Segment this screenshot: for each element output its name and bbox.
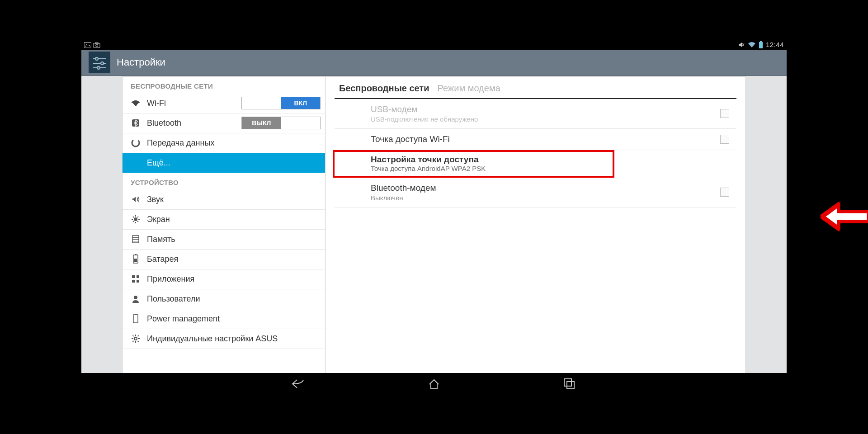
section-device: УСТРОЙСТВО xyxy=(123,173,325,190)
label: Передача данных xyxy=(147,138,321,148)
toggle-knob xyxy=(281,117,321,129)
detail-usb-modem: USB-модем USB-подключения не обнаружено xyxy=(335,99,736,129)
svg-rect-50 xyxy=(567,382,574,389)
title: Точка доступа Wi-Fi xyxy=(371,134,720,144)
svg-rect-43 xyxy=(132,338,133,339)
storage-icon xyxy=(129,235,142,244)
svg-rect-39 xyxy=(133,315,138,323)
battery-icon xyxy=(759,41,763,48)
breadcrumb-path: Режим модема xyxy=(437,83,500,94)
svg-rect-49 xyxy=(564,379,571,386)
toggle-knob xyxy=(242,97,281,109)
svg-rect-28 xyxy=(132,239,139,240)
svg-line-25 xyxy=(137,217,138,217)
bluetooth-toggle[interactable]: ВЫКЛ xyxy=(241,117,321,129)
svg-line-23 xyxy=(137,221,138,222)
back-button[interactable] xyxy=(289,375,307,393)
svg-point-9 xyxy=(95,57,98,60)
breadcrumb-current: Беспроводные сети xyxy=(339,83,429,94)
title: Настройка точки доступа xyxy=(371,155,605,165)
label: Индивидуальные настройки ASUS xyxy=(147,334,321,344)
sidebar-item-bluetooth[interactable]: Bluetooth ВЫКЛ xyxy=(123,113,325,133)
svg-rect-34 xyxy=(137,275,139,278)
svg-rect-48 xyxy=(132,340,134,342)
label: Пользователи xyxy=(147,294,321,304)
svg-point-17 xyxy=(134,217,137,221)
header-title: Настройки xyxy=(117,57,165,68)
camera-icon xyxy=(93,42,100,48)
data-usage-icon xyxy=(129,138,142,147)
label: Память xyxy=(147,235,321,244)
svg-rect-44 xyxy=(138,338,140,339)
gallery-icon xyxy=(84,42,91,48)
subtitle: USB-подключения не обнаружено xyxy=(371,115,720,123)
svg-point-40 xyxy=(134,337,137,340)
subtitle: Точка доступа AndroidAP WPA2 PSK xyxy=(371,165,605,172)
svg-rect-47 xyxy=(137,335,139,337)
checkbox[interactable] xyxy=(720,135,729,144)
sidebar-item-users[interactable]: Пользователи xyxy=(123,289,325,309)
wifi-toggle[interactable]: ВКЛ xyxy=(241,97,321,109)
title: Bluetooth-модем xyxy=(371,183,720,193)
label: Bluetooth xyxy=(147,118,241,128)
display-icon xyxy=(129,215,142,224)
svg-rect-35 xyxy=(132,280,135,283)
content: БЕСПРОВОДНЫЕ СЕТИ Wi-Fi ВКЛ Bluetooth ВЫ… xyxy=(81,76,787,395)
detail-hotspot-config[interactable]: Настройка точки доступа Точка доступа An… xyxy=(333,150,614,178)
svg-point-3 xyxy=(96,44,98,47)
label: Батарея xyxy=(147,255,321,264)
label: Ещё... xyxy=(147,158,321,168)
main-panel: Беспроводные сети Режим модема USB-модем… xyxy=(326,76,746,395)
svg-rect-45 xyxy=(132,335,134,337)
clock: 12:44 xyxy=(766,41,784,48)
sidebar-item-power[interactable]: Power management xyxy=(123,309,325,329)
users-icon xyxy=(129,294,142,303)
label: Приложения xyxy=(147,274,321,284)
svg-rect-32 xyxy=(134,259,137,262)
nav-bar xyxy=(81,373,787,395)
sidebar-item-sound[interactable]: Звук xyxy=(123,190,325,210)
sidebar-item-more[interactable]: Ещё... xyxy=(123,153,325,173)
toggle-state: ВКЛ xyxy=(281,97,321,109)
svg-rect-36 xyxy=(137,280,139,283)
bluetooth-icon xyxy=(129,118,142,127)
wifi-icon xyxy=(748,42,756,48)
sidebar-item-apps[interactable]: Приложения xyxy=(123,269,325,289)
checkbox[interactable] xyxy=(720,188,729,197)
annotation-arrow xyxy=(821,201,868,232)
sidebar-item-battery[interactable]: Батарея xyxy=(123,250,325,269)
svg-rect-7 xyxy=(759,42,763,48)
detail-bluetooth-modem[interactable]: Bluetooth-модем Выключен xyxy=(335,178,736,208)
sidebar-item-storage[interactable]: Память xyxy=(123,230,325,250)
recent-apps-button[interactable] xyxy=(561,375,579,393)
status-left xyxy=(84,42,100,48)
label: Звук xyxy=(147,195,321,204)
title: USB-модем xyxy=(371,104,720,114)
sidebar-item-wifi[interactable]: Wi-Fi ВКЛ xyxy=(123,94,325,113)
mute-icon xyxy=(738,41,745,48)
svg-rect-27 xyxy=(132,237,139,238)
status-right: 12:44 xyxy=(738,41,784,48)
sidebar: БЕСПРОВОДНЫЕ СЕТИ Wi-Fi ВКЛ Bluetooth ВЫ… xyxy=(122,76,326,395)
home-button[interactable] xyxy=(425,375,443,393)
svg-point-13 xyxy=(97,66,100,69)
wifi-icon xyxy=(129,99,142,107)
svg-point-16 xyxy=(132,139,139,146)
settings-header: Настройки xyxy=(81,50,787,76)
detail-wifi-hotspot[interactable]: Точка доступа Wi-Fi xyxy=(335,129,736,150)
label: Wi-Fi xyxy=(147,99,241,108)
settings-app-icon xyxy=(89,52,110,73)
power-icon xyxy=(129,314,142,324)
status-bar: 12:44 xyxy=(81,40,787,50)
svg-line-24 xyxy=(133,221,134,222)
svg-rect-33 xyxy=(132,275,135,278)
svg-point-37 xyxy=(134,296,137,299)
device-frame: 12:44 Настройки БЕСПРОВОДНЫЕ СЕТИ Wi-Fi … xyxy=(81,40,787,395)
svg-point-14 xyxy=(135,104,137,106)
sidebar-item-asus[interactable]: Индивидуальные настройки ASUS xyxy=(123,329,325,349)
sidebar-item-data-usage[interactable]: Передача данных xyxy=(123,133,325,153)
svg-rect-29 xyxy=(132,241,139,241)
checkbox xyxy=(720,109,729,118)
sidebar-item-display[interactable]: Экран xyxy=(123,210,325,230)
svg-rect-41 xyxy=(135,335,136,336)
